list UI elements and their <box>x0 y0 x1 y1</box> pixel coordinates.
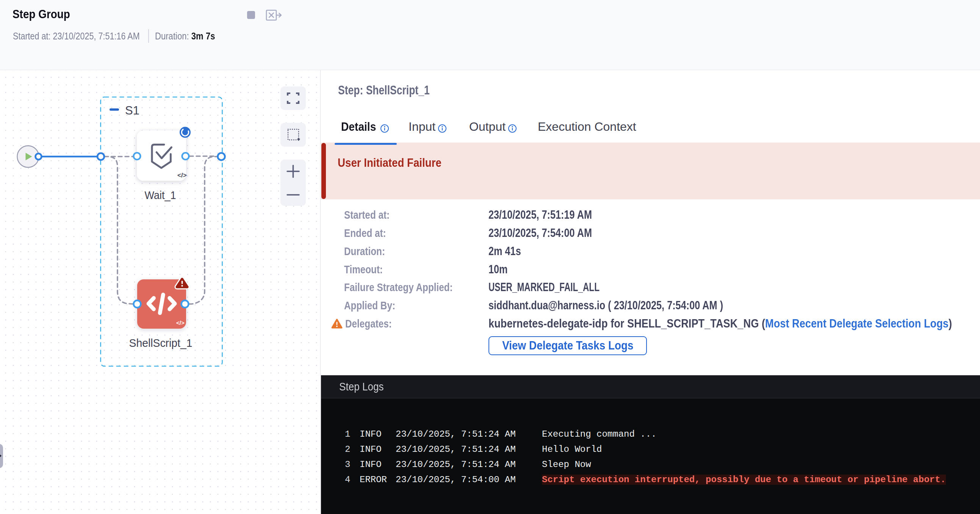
svg-text:ShellScript_1: ShellScript_1 <box>129 337 192 349</box>
svg-text:</>: </> <box>176 320 185 326</box>
svg-text:Wait_1: Wait_1 <box>145 189 176 201</box>
svg-text:S1: S1 <box>125 104 140 117</box>
svg-text:</>: </> <box>177 172 187 179</box>
